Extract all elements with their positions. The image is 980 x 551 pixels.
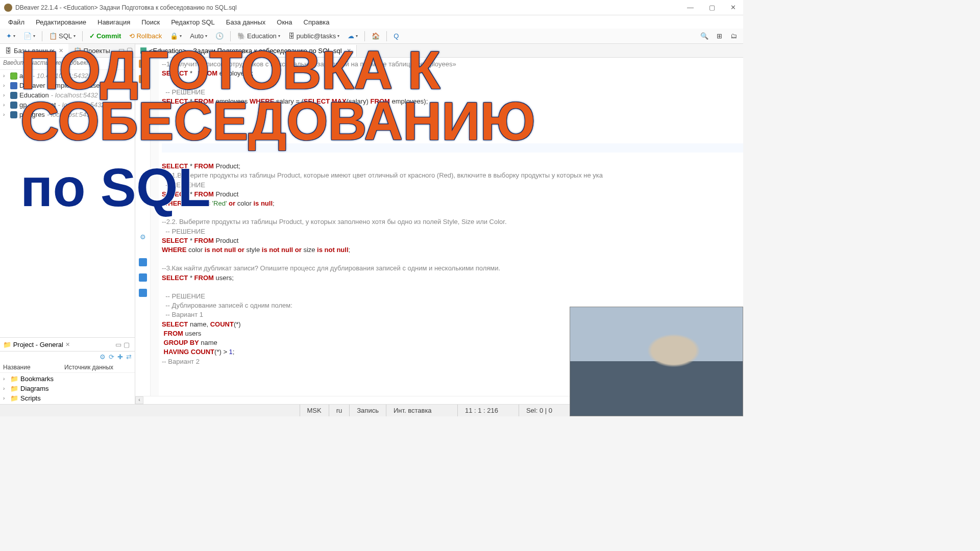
auto-commit-button[interactable]: Auto ▾ — [187, 31, 210, 41]
show-panels-icon[interactable] — [139, 273, 147, 282]
menu-help[interactable]: Справка — [299, 17, 335, 28]
transaction-log-button[interactable]: 🕓 — [212, 31, 227, 41]
status-selection: Sel: 0 | 0 — [519, 405, 559, 416]
editor-left-toolbar: ⚙ — [135, 58, 151, 396]
tree-item-gp-superset: ›gp_superset - localhost:5432 — [0, 100, 135, 110]
script-icon — [140, 47, 146, 54]
tree-item-education: ›Education - localhost:5432 — [0, 90, 135, 100]
refresh-icon[interactable]: ⟳ — [109, 353, 114, 361]
schema-selector[interactable]: 🗄 public@tasks ▾ — [285, 31, 343, 41]
menu-sql-editor[interactable]: Редактор SQL — [166, 17, 220, 28]
explain-plan-icon[interactable]: ⚙ — [140, 233, 146, 241]
search-toolbar-button[interactable]: 🔍 — [697, 31, 712, 41]
editor-tabs: <Education> Задачи Подготовка к собеседо… — [135, 44, 743, 58]
tree-item-postgres: ›postgres - localhost:5432 — [0, 110, 135, 119]
webcam-overlay — [570, 307, 743, 416]
navigator-search-input[interactable] — [3, 59, 132, 66]
close-tab-icon[interactable]: ✕ — [59, 47, 63, 54]
tab-databases[interactable]: 🗄 Базы данных ✕ — [0, 44, 68, 57]
project-item-diagrams[interactable]: ›📁Diagrams — [0, 384, 135, 393]
link-icon[interactable]: ⇄ — [126, 353, 132, 361]
window-title: DBeaver 22.1.4 - <Education> Задачи Подг… — [15, 4, 684, 11]
close-project-panel-icon[interactable]: ✕ — [65, 341, 70, 348]
col-datasource: Источник данных — [64, 364, 113, 371]
status-timezone: MSK — [300, 405, 329, 416]
postgres-icon — [10, 102, 17, 109]
dbeaver-perspective-icon[interactable]: 🗂 — [727, 31, 740, 41]
navigator-tabs: 🗄 Базы данных ✕ 📋 Проекты ▭ ▢ — [0, 44, 135, 58]
menu-windows[interactable]: Окна — [272, 17, 297, 28]
folder-icon: 📁 — [10, 375, 18, 383]
status-cursor-position: 11 : 1 : 216 — [457, 405, 519, 416]
postgres-icon — [10, 111, 17, 118]
col-name: Название — [3, 364, 64, 371]
tree-item-sample: ›DBeaver Sample Database (SQLite) — [0, 81, 135, 90]
datasource-selector[interactable]: 🐘 Education ▾ — [234, 31, 283, 41]
project-item-bookmarks[interactable]: ›📁Bookmarks — [0, 374, 135, 384]
minimize-project-icon[interactable]: ▭ — [115, 341, 121, 348]
toolbar-q-button[interactable]: Q — [390, 31, 402, 41]
cloud-button[interactable]: ☁ ▾ — [345, 31, 361, 41]
commit-button[interactable]: ✓ Commit — [86, 31, 124, 41]
editor-tab-sql-script[interactable]: <Education> Задачи Подготовка к собеседо… — [135, 45, 357, 57]
status-write-mode: Запись — [349, 405, 386, 416]
maximize-project-icon[interactable]: ▢ — [124, 341, 130, 348]
maximize-panel-icon[interactable]: ▢ — [127, 46, 133, 55]
show-execution-log-icon[interactable] — [139, 258, 147, 266]
rollback-button[interactable]: ⟲ Rollback — [126, 31, 165, 41]
postgres-icon — [10, 92, 17, 99]
minimize-panel-icon[interactable]: ▭ — [118, 46, 125, 55]
tree-item-adb: ›adb - 10.40.10.51:5432 — [0, 71, 135, 81]
db-icon — [10, 72, 17, 80]
projects-icon: 📋 — [74, 47, 82, 55]
project-panel-header: 📁 Project - General ✕ ▭ ▢ — [0, 338, 135, 352]
execute-script-icon[interactable] — [139, 75, 147, 83]
perspective-button[interactable]: ⊞ — [714, 31, 725, 41]
folder-icon: 📁 — [10, 385, 18, 392]
main-toolbar: ✦▾ 📄▾ 📋 SQL ▾ ✓ Commit ⟲ Rollback 🔒▾ Aut… — [0, 29, 743, 44]
menu-edit[interactable]: Редактирование — [31, 17, 91, 28]
tab-projects[interactable]: 📋 Проекты — [68, 44, 115, 57]
status-insert-mode: Инт. вставка — [386, 405, 457, 416]
folder-icon: 📁 — [10, 394, 18, 402]
menu-database[interactable]: База данных — [221, 17, 271, 28]
settings-icon[interactable]: ⚙ — [100, 353, 106, 361]
new-button[interactable]: 📄▾ — [20, 31, 38, 41]
sqlite-icon — [10, 82, 17, 89]
project-item-scripts[interactable]: ›📁Scripts — [0, 393, 135, 403]
menu-file[interactable]: Файл — [3, 17, 30, 28]
menu-search[interactable]: Поиск — [136, 17, 165, 28]
folder-icon: 📁 — [3, 341, 11, 348]
home-button[interactable]: 🏠 — [369, 31, 383, 41]
scroll-left-button[interactable]: ‹ — [135, 396, 143, 404]
app-icon — [4, 4, 12, 12]
menubar: Файл Редактирование Навигация Поиск Реда… — [0, 15, 743, 29]
database-icon: 🗄 — [5, 47, 12, 55]
maximize-button[interactable]: ▢ — [706, 4, 718, 11]
toggle-panels-icon[interactable] — [139, 289, 147, 297]
new-connection-button[interactable]: ✦▾ — [3, 31, 18, 41]
project-panel-title: Project - General — [13, 341, 63, 348]
transaction-mode-button[interactable]: 🔒▾ — [167, 31, 185, 41]
sql-button[interactable]: 📋 SQL ▾ — [46, 31, 79, 41]
titlebar: DBeaver 22.1.4 - <Education> Задачи Подг… — [0, 0, 743, 15]
fold-gutter[interactable] — [151, 58, 159, 396]
close-editor-tab-icon[interactable]: ✕ — [347, 47, 351, 54]
add-icon[interactable]: ✚ — [117, 353, 123, 361]
database-navigator-tree[interactable]: ›adb - 10.40.10.51:5432 ›DBeaver Sample … — [0, 70, 135, 337]
minimize-button[interactable]: — — [684, 4, 697, 11]
execute-sql-icon[interactable] — [139, 60, 147, 68]
menu-navigation[interactable]: Навигация — [92, 17, 135, 28]
close-button[interactable]: ✕ — [727, 4, 739, 11]
status-lang: ru — [329, 405, 350, 416]
